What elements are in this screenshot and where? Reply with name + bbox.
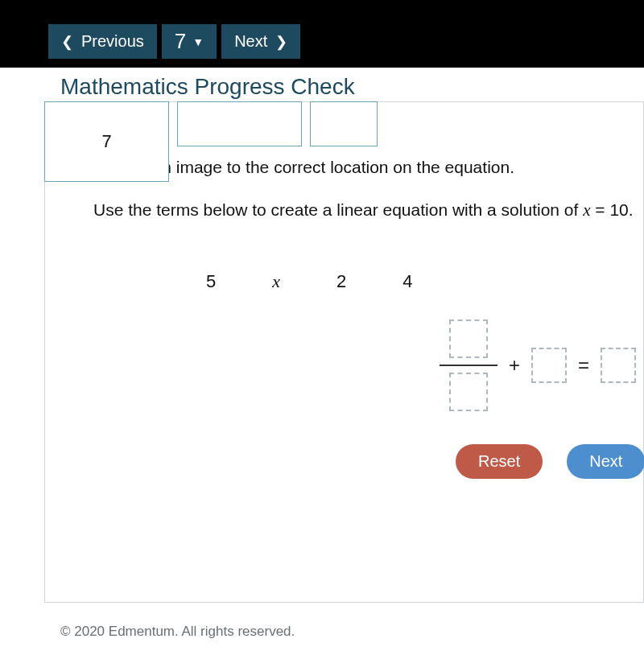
fraction-bar: [440, 365, 497, 366]
drop-denominator[interactable]: [449, 373, 488, 411]
next-button[interactable]: Next: [567, 444, 644, 479]
question-card: 7 Drag each image to the correct locatio…: [44, 101, 644, 603]
next-nav-button[interactable]: Next ❯: [221, 24, 300, 59]
page-title: Mathematics Progress Check: [60, 74, 355, 100]
current-question-number: 7: [175, 29, 186, 54]
term-x[interactable]: x: [272, 271, 280, 292]
reset-button[interactable]: Reset: [456, 444, 543, 479]
plus-sign: +: [509, 354, 520, 377]
fraction: [440, 319, 497, 411]
copyright-footer: © 2020 Edmentum. All rights reserved.: [60, 624, 295, 640]
term-2[interactable]: 2: [336, 271, 346, 292]
chevron-down-icon: ▼: [192, 35, 204, 48]
overlay-box-3[interactable]: [310, 101, 378, 146]
draggable-terms-row: 5 x 2 4: [206, 271, 635, 292]
drop-addend[interactable]: [531, 348, 567, 383]
previous-button[interactable]: ❮ Previous: [48, 24, 157, 59]
instruction-2-var: x: [583, 200, 590, 220]
term-5[interactable]: 5: [206, 271, 216, 292]
action-buttons: Reset Next: [456, 444, 644, 479]
term-4[interactable]: 4: [402, 271, 412, 292]
instruction-line-2: Use the terms below to create a linear e…: [93, 198, 635, 222]
top-nav-bar: ❮ Previous 7 ▼ Next ❯: [0, 0, 644, 68]
overlay-boxes-row: 7: [44, 101, 386, 182]
instruction-2-pre: Use the terms below to create a linear e…: [93, 200, 583, 219]
overlay-box-2[interactable]: [177, 101, 302, 146]
overlay-box-1[interactable]: 7: [44, 101, 169, 182]
drop-numerator[interactable]: [449, 319, 488, 358]
instruction-2-post: = 10.: [591, 200, 634, 219]
question-number-dropdown[interactable]: 7 ▼: [162, 24, 217, 59]
arrow-right-icon: ❯: [275, 33, 287, 51]
equation-area: + =: [440, 319, 636, 411]
drop-result[interactable]: [601, 348, 636, 383]
equals-sign: =: [578, 354, 589, 377]
overlay-box-1-value: 7: [101, 131, 111, 152]
next-nav-label: Next: [234, 32, 267, 51]
previous-label: Previous: [81, 32, 144, 51]
arrow-left-icon: ❮: [61, 33, 73, 51]
